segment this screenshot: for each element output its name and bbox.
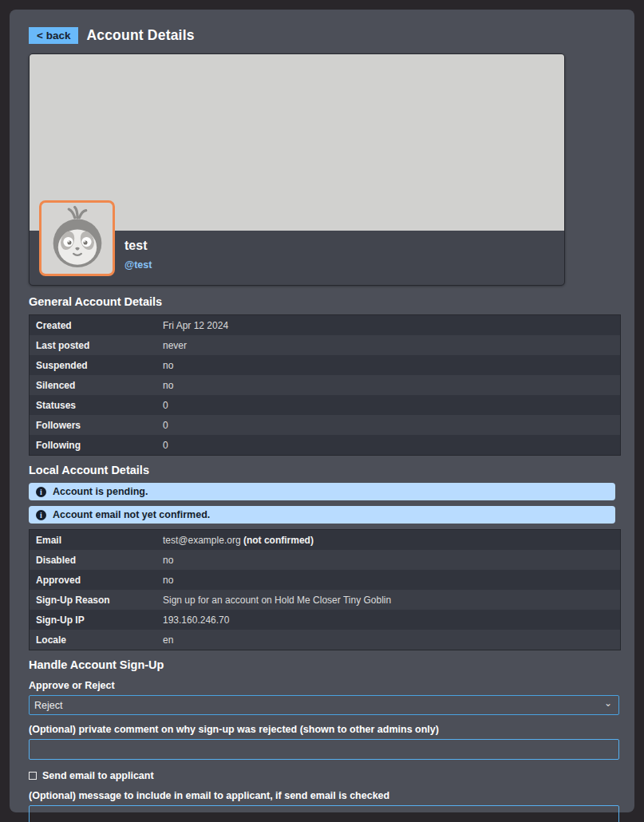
row-label: Created — [30, 315, 156, 335]
send-email-row: Send email to applicant — [29, 770, 615, 781]
table-row: Sign-Up IP 193.160.246.70 — [30, 610, 620, 630]
row-label: Last posted — [30, 335, 156, 355]
row-value: no — [156, 375, 620, 395]
local-details-heading: Local Account Details — [29, 464, 615, 476]
row-value: 0 — [156, 395, 620, 415]
row-value: never — [156, 335, 620, 355]
row-label: Sign-Up Reason — [30, 590, 156, 610]
row-value: test@example.org (not confirmed) — [156, 530, 620, 550]
signup-heading: Handle Account Sign-Up — [29, 658, 615, 671]
approve-reject-select[interactable]: Reject — [29, 695, 619, 715]
row-label: Sign-Up IP — [30, 610, 156, 630]
table-row: Created Fri Apr 12 2024 — [30, 315, 620, 335]
avatar — [39, 200, 115, 276]
general-details-table: Created Fri Apr 12 2024 Last posted neve… — [29, 314, 621, 456]
page-header: < back Account Details — [29, 27, 615, 44]
account-details-panel: < back Account Details test @test — [10, 10, 634, 812]
row-label: Disabled — [30, 550, 156, 570]
row-label: Silenced — [30, 375, 156, 395]
row-label: Followers — [30, 415, 156, 435]
table-row: Approved no — [30, 570, 620, 590]
table-row: Locale en — [30, 630, 620, 650]
table-row: Silenced no — [30, 375, 620, 395]
info-icon: i — [36, 487, 46, 497]
table-row: Sign-Up Reason Sign up for an account on… — [30, 590, 620, 610]
email-confirmation-note: (not confirmed) — [243, 535, 314, 546]
row-value: no — [156, 550, 620, 570]
row-label: Email — [30, 530, 156, 550]
row-value: no — [156, 570, 620, 590]
approve-select-wrap: Reject ⌄ — [29, 695, 619, 715]
profile-card: test @test — [29, 53, 565, 286]
row-value: Fri Apr 12 2024 — [156, 315, 620, 335]
table-row: Last posted never — [30, 335, 620, 355]
send-email-label: Send email to applicant — [42, 770, 154, 781]
back-button[interactable]: < back — [29, 27, 78, 44]
private-comment-input[interactable] — [29, 739, 619, 760]
sloth-avatar-icon — [45, 206, 110, 271]
table-row: Statuses 0 — [30, 395, 620, 415]
email-message-label: (Optional) message to include in email t… — [29, 790, 615, 801]
send-email-checkbox[interactable] — [29, 772, 37, 780]
row-label: Statuses — [30, 395, 156, 415]
table-row: Email test@example.org (not confirmed) — [30, 530, 620, 550]
email-unconfirmed-notice: i Account email not yet confirmed. — [29, 506, 615, 524]
page-title: Account Details — [86, 27, 194, 44]
row-label: Following — [30, 435, 156, 455]
pending-notice: i Account is pending. — [29, 483, 615, 500]
row-value: 0 — [156, 435, 620, 455]
row-value: en — [156, 630, 620, 650]
row-value: 0 — [156, 415, 620, 435]
table-row: Disabled no — [30, 550, 620, 570]
row-value: 193.160.246.70 — [156, 610, 620, 630]
general-details-heading: General Account Details — [29, 295, 615, 308]
row-value: Sign up for an account on Hold Me Closer… — [156, 590, 620, 610]
table-row: Followers 0 — [30, 415, 620, 435]
table-row: Following 0 — [30, 435, 620, 455]
email-message-input[interactable] — [29, 805, 619, 822]
display-name: test — [124, 239, 564, 253]
local-details-table: Email test@example.org (not confirmed) D… — [29, 529, 621, 650]
row-label: Locale — [30, 630, 156, 650]
row-label: Approved — [30, 570, 156, 590]
table-row: Suspended no — [30, 355, 620, 375]
row-label: Suspended — [30, 355, 156, 375]
row-value: no — [156, 355, 620, 375]
notice-text: Account email not yet confirmed. — [53, 509, 210, 520]
email-value: test@example.org — [163, 535, 241, 546]
account-handle[interactable]: @test — [124, 259, 564, 271]
info-icon: i — [36, 510, 46, 520]
private-comment-label: (Optional) private comment on why sign-u… — [29, 724, 615, 735]
approve-reject-label: Approve or Reject — [29, 680, 615, 691]
notice-text: Account is pending. — [53, 486, 148, 497]
